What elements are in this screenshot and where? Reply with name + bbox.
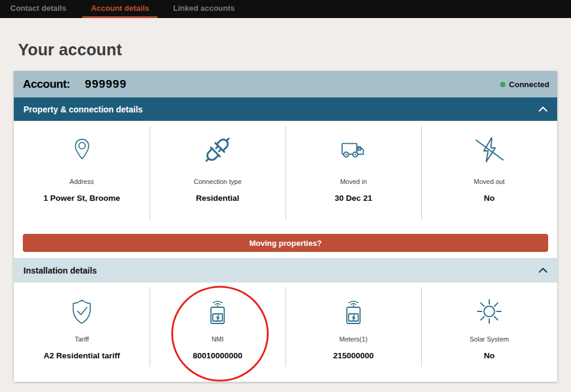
detail-value: No — [484, 351, 495, 360]
detail-value: 30 Dec 21 — [335, 194, 372, 203]
detail-label: Solar System — [469, 335, 508, 343]
detail-value: No — [484, 194, 495, 203]
plug-connection-icon — [201, 135, 234, 165]
detail-value: Residential — [196, 194, 239, 203]
property-details-row: Address 1 Power St, Broome — [14, 121, 557, 231]
truck-icon — [340, 135, 367, 165]
account-label: Account: — [23, 78, 70, 91]
connection-status: Connected — [500, 80, 549, 89]
detail-label: Address — [70, 178, 94, 185]
detail-connection-type: Connection type Residential — [150, 121, 286, 231]
top-tab-bar: Contact details Account details Linked a… — [0, 0, 571, 18]
detail-value: 80010000000 — [193, 351, 243, 360]
detail-label: Moved out — [474, 178, 504, 185]
installation-details-row: Tariff A2 Residential tariff NMI 8001000… — [14, 283, 557, 382]
property-section-title: Property & connection details — [23, 105, 142, 114]
detail-label: Moved in — [340, 178, 367, 185]
detail-address: Address 1 Power St, Broome — [14, 121, 150, 231]
chevron-up-icon[interactable] — [539, 106, 548, 112]
installation-section-title: Installation details — [23, 266, 97, 275]
page-title: Your account — [18, 41, 571, 60]
detail-nmi: NMI 80010000000 — [150, 283, 286, 382]
account-header-bar: Account: 999999 Connected — [14, 71, 557, 97]
detail-label: NMI — [212, 335, 224, 343]
chevron-up-icon[interactable] — [539, 268, 548, 273]
sun-icon — [475, 295, 503, 328]
detail-moved-in: Moved in 30 Dec 21 — [286, 121, 421, 231]
tab-account-details[interactable]: Account details — [82, 0, 157, 18]
tab-contact-details[interactable]: Contact details — [2, 0, 75, 18]
moving-properties-button[interactable]: Moving properties? — [23, 234, 548, 252]
account-card: Account: 999999 Connected Property & con… — [14, 71, 557, 382]
detail-meters: Meters(1) 215000000 — [286, 283, 421, 382]
no-power-icon — [475, 135, 504, 165]
detail-label: Tariff — [75, 335, 89, 343]
property-section-header[interactable]: Property & connection details — [14, 97, 557, 121]
detail-solar: Solar System No — [421, 283, 557, 382]
installation-section-header[interactable]: Installation details — [14, 258, 557, 283]
shield-check-icon — [70, 295, 94, 328]
connected-dot-icon — [500, 82, 505, 87]
location-pin-icon — [73, 135, 91, 165]
detail-tariff: Tariff A2 Residential tariff — [14, 283, 150, 382]
account-number: 999999 — [85, 78, 126, 91]
detail-label: Meters(1) — [339, 335, 367, 343]
detail-value: 215000000 — [333, 351, 374, 360]
tab-linked-accounts[interactable]: Linked accounts — [165, 0, 243, 18]
detail-value: A2 Residential tariff — [44, 351, 120, 360]
smart-meter-icon — [206, 295, 230, 328]
detail-value: 1 Power St, Broome — [43, 194, 120, 203]
detail-moved-out: Moved out No — [421, 121, 557, 231]
smart-meter-icon — [341, 295, 365, 328]
connected-label: Connected — [509, 80, 549, 89]
detail-label: Connection type — [194, 178, 242, 185]
move-button-zone: Moving properties? — [14, 231, 557, 258]
